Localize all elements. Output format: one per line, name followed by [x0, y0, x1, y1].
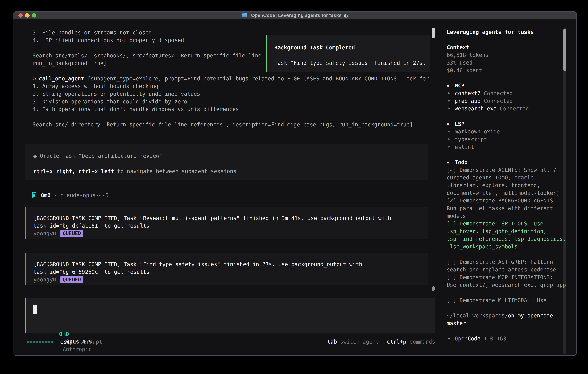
message-block: [BACKGROUND TASK COMPLETED] Task "Resear… — [25, 207, 428, 239]
transcript-line: 4. LSP client connections not properly d… — [32, 36, 184, 44]
bullet-icon: • — [447, 335, 455, 343]
lsp-heading: LSP — [455, 121, 464, 127]
ctrl-p-key-hint: ctrl+p — [387, 338, 406, 346]
todo-item: [ ] Demonstrate AST-GREP: Patternsearch … — [447, 258, 571, 273]
message-line: task_id="bg_6f59260c" to get results. — [33, 268, 428, 276]
todo-item: [ ] Demonstrate MCP INTEGRATIONS:Use con… — [447, 273, 571, 289]
tool-call-list-item: 3. Division operations that could divide… — [32, 98, 187, 105]
workspace-path-row: ~/local-workspaces/oh-my-opencode: — [447, 312, 571, 320]
mcp-item: •websearch_exaConnected — [447, 105, 571, 113]
transcript-line: run_in_background=true] — [32, 59, 107, 67]
tool-call-list-item: 2. String operations on potentially unde… — [32, 90, 200, 98]
oracle-hint-row: ctrl+x right, ctrl+x left to navigate be… — [33, 167, 428, 175]
sidebar-session-title: Leveraging agents for tasks — [447, 28, 571, 36]
status-bar: esc interrupt tab switch agent ctrl+p co… — [27, 338, 435, 346]
toast-title: Background Task Completed — [274, 44, 430, 52]
message-block: [BACKGROUND TASK COMPLETED] Task "Find t… — [25, 253, 428, 285]
traffic-lights — [18, 13, 36, 18]
input-provider-name: Anthropic — [63, 346, 92, 353]
spinner-dot — [42, 341, 44, 343]
toast-background-task-completed: Background Task Completed Task "Find typ… — [266, 35, 430, 72]
toast-body: Task "Find type safety issues" finished … — [274, 59, 430, 67]
spinner-dot — [33, 341, 35, 343]
titlebar[interactable]: [OpenCode] Leveraging agents for tasks ◐ — [13, 11, 577, 19]
spinner-dots — [27, 341, 53, 343]
main-scrollbar-thumb[interactable] — [432, 28, 435, 38]
oracle-title-row: ◉ Oracle Task "Deep architecture review" — [33, 152, 428, 160]
workspace-path: ~/local-workspaces/ — [447, 312, 508, 319]
todo-section-header[interactable]: ▼Todo — [447, 158, 571, 166]
window-title-text: [OpenCode] Leveraging agents for tasks — [250, 11, 341, 19]
status-badge: QUEUED — [60, 230, 83, 237]
mcp-heading: MCP — [455, 83, 464, 89]
app-version: 1.0.163 — [484, 335, 506, 342]
tool-call-args: [subagent_type=explore, prompt=Find pote… — [84, 75, 429, 82]
oracle-hint: to navigate between subagent sessions — [114, 168, 236, 174]
mcp-item: •context7Connected — [447, 90, 571, 97]
minimize-button[interactable] — [25, 13, 30, 18]
tab-key-label: switch agent — [340, 338, 379, 346]
oracle-task-panel: ◉ Oracle Task "Deep architecture review"… — [25, 144, 428, 180]
empty-checkbox — [450, 220, 453, 227]
lsp-section-header[interactable]: ▼LSP — [447, 120, 571, 128]
chevron-down-icon: ▼ — [447, 159, 455, 166]
bullet-icon: • — [447, 143, 455, 151]
close-button[interactable] — [18, 13, 23, 18]
message-line: [BACKGROUND TASK COMPLETED] Task "Resear… — [33, 214, 428, 222]
oracle-keys: ctrl+x right, ctrl+x left — [33, 168, 114, 174]
gear-icon: ⚙ — [32, 75, 36, 82]
esc-key-label: interrupt — [73, 338, 102, 346]
tool-call-name: call_omo_agent — [39, 75, 84, 82]
todo-heading: Todo — [455, 159, 468, 166]
spinner-dot — [30, 341, 32, 343]
prompt-input[interactable]: OmO Opus 4.5 Anthropic — [25, 298, 435, 333]
context-tokens: 66,518 tokens — [447, 51, 571, 59]
spinner-dot — [27, 341, 29, 343]
empty-checkbox — [450, 274, 453, 280]
context-spent: $0.46 spent — [447, 67, 571, 74]
todo-item: [ ] Demonstrate LSP TOOLS: Uselsp_hover,… — [447, 220, 571, 250]
agent-model: claude-opus-4-5 — [60, 191, 108, 199]
zoom-button[interactable] — [32, 13, 36, 18]
half-circle-icon: ◐ — [344, 11, 348, 19]
message-user: yeongyu — [33, 230, 56, 237]
tool-call-line: ⚙ call_omo_agent [subagent_type=explore,… — [32, 75, 429, 83]
lsp-item: •markdown-oxide — [447, 128, 571, 135]
sidebar: Leveraging agents for tasks Context 66,5… — [447, 28, 571, 343]
empty-checkbox — [450, 297, 453, 303]
todo-item: [✓] Demonstrate BACKGROUND AGENTS:Run pa… — [447, 197, 571, 220]
main-scrollbar-marker[interactable] — [432, 286, 435, 291]
todo-list: [✓] Demonstrate AGENTS: Show all 7curate… — [447, 166, 571, 304]
tool-call-list-item: 1. Array access without bounds checking — [32, 83, 158, 90]
folder-icon — [242, 13, 247, 17]
tool-call-list-item: 4. Path operations that don't handle Win… — [32, 105, 239, 113]
input-agent-name: OmO — [59, 331, 69, 337]
oracle-title: Oracle Task "Deep architecture review" — [37, 153, 162, 159]
chevron-down-icon: ▼ — [447, 120, 455, 128]
context-used: 33% used — [447, 59, 571, 67]
brand-suffix: Code — [468, 335, 481, 342]
tool-call-tail: Search src/ directory. Return specific f… — [32, 121, 413, 128]
input-meta: OmO Opus 4.5 Anthropic — [33, 322, 92, 330]
todo-item: [✓] Demonstrate AGENTS: Show all 7curate… — [447, 166, 571, 197]
chevron-down-icon: ▼ — [447, 82, 455, 90]
workspace-branch: master — [447, 320, 571, 327]
spinner-dot — [48, 341, 50, 343]
message-meta: yeongyu QUEUED — [33, 276, 428, 283]
spinner-dot — [45, 341, 47, 343]
status-badge: QUEUED — [60, 276, 83, 283]
bullet-icon: • — [447, 105, 455, 113]
spinner-dot — [39, 341, 41, 343]
mcp-item: •grep_appConnected — [447, 97, 571, 105]
agent-name: OmO — [41, 191, 51, 199]
bullet-icon: • — [447, 128, 455, 135]
terminal-window: [OpenCode] Leveraging agents for tasks ◐… — [13, 11, 577, 356]
spinner-dot — [51, 341, 53, 343]
empty-checkbox — [450, 259, 453, 265]
mcp-section-header[interactable]: ▼MCP — [447, 82, 571, 90]
text-cursor — [33, 305, 37, 314]
message-meta: yeongyu QUEUED — [33, 230, 428, 237]
workspace-repo: oh-my-opencode: — [508, 312, 556, 319]
tab-key-hint: tab — [327, 338, 337, 346]
record-icon: ◉ — [33, 153, 37, 159]
